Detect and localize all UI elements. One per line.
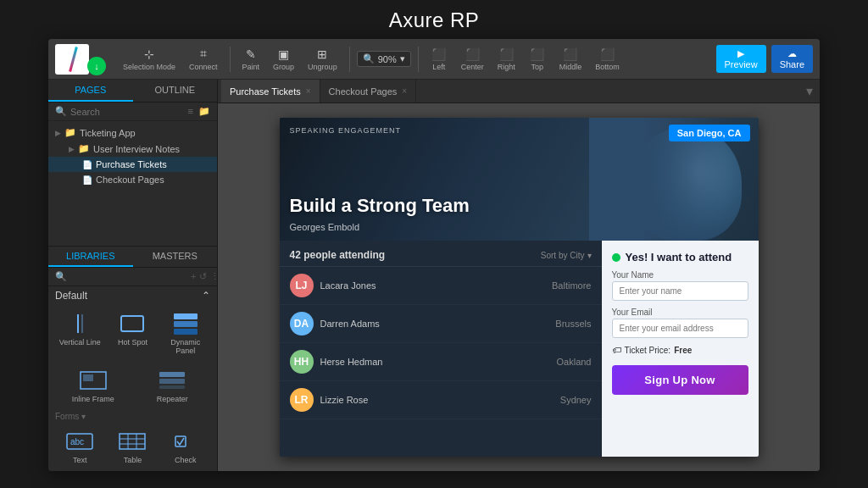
toolbar: ↓ ⊹ Selection Mode ⌗ Connect ✎ Paint ▣ G… bbox=[48, 39, 820, 80]
lib-item-checkbox[interactable]: Check bbox=[161, 426, 210, 468]
svg-rect-1 bbox=[83, 374, 93, 381]
name-input[interactable] bbox=[612, 281, 748, 301]
tab-purchase-tickets[interactable]: Purchase Tickets × bbox=[221, 80, 320, 103]
paint-button[interactable]: ✎ Paint bbox=[237, 46, 265, 73]
lib-add-icon[interactable]: + bbox=[191, 271, 196, 282]
attendee-row: LJ Lacara Jones Baltimore bbox=[280, 267, 602, 305]
repeater-icon bbox=[157, 369, 187, 392]
table-icon bbox=[117, 430, 147, 453]
tree-item-user-interview[interactable]: ▶ 📁 User Interview Notes bbox=[48, 141, 217, 157]
tree-item-purchase-tickets[interactable]: 📄 Purchase Tickets bbox=[48, 157, 217, 172]
sort-button[interactable]: Sort by City ▾ bbox=[541, 251, 592, 260]
signup-title: Yes! I want to attend bbox=[626, 251, 732, 263]
ticket-icon: 🏷 bbox=[612, 345, 621, 355]
page-icon: 📄 bbox=[82, 160, 92, 169]
align-top-button[interactable]: ⬛ Top bbox=[524, 46, 551, 73]
tabs-dropdown-icon[interactable]: ▾ bbox=[799, 83, 820, 99]
align-center-button[interactable]: ⬛ Center bbox=[456, 46, 489, 73]
panel-actions: ≡ 📁 bbox=[188, 106, 210, 117]
align-middle-button[interactable]: ⬛ Middle bbox=[554, 46, 587, 73]
lib-item-label: Dynamic Panel bbox=[163, 338, 209, 355]
tab-label: Purchase Tickets bbox=[230, 86, 301, 97]
lib-item-label: Text bbox=[73, 456, 87, 464]
left-panel: PAGES OUTLINE 🔍 ≡ 📁 ▶ 📁 Ticketing App bbox=[48, 80, 218, 471]
inline-frame-icon bbox=[78, 369, 108, 392]
align-right-button[interactable]: ⬛ Right bbox=[492, 46, 520, 73]
signup-button[interactable]: Sign Up Now bbox=[612, 365, 748, 395]
attendee-row: HH Herse Hedman Oakland bbox=[280, 343, 602, 381]
attendee-city: Brussels bbox=[555, 319, 591, 329]
svg-rect-7 bbox=[120, 434, 145, 449]
share-button[interactable]: ☁ Share bbox=[771, 45, 813, 73]
app-title: Axure RP bbox=[389, 0, 480, 39]
body-area: PAGES OUTLINE 🔍 ≡ 📁 ▶ 📁 Ticketing App bbox=[48, 80, 820, 471]
name-field-group: Your Name bbox=[612, 270, 748, 301]
attendee-section: 42 people attending Sort by City ▾ LJ bbox=[280, 241, 602, 457]
selection-mode-button[interactable]: ⊹ Selection Mode bbox=[118, 46, 181, 73]
tab-masters[interactable]: MASTERS bbox=[133, 247, 218, 267]
sort-chevron-icon: ▾ bbox=[587, 251, 592, 260]
avatar: HH bbox=[290, 350, 314, 374]
preview-button[interactable]: ▶ Preview bbox=[716, 45, 766, 73]
event-title: Build a Strong Team bbox=[290, 195, 470, 217]
forms-section-label: Forms ▾ bbox=[48, 410, 217, 423]
download-icon[interactable]: ↓ bbox=[87, 57, 106, 75]
name-label: Your Name bbox=[612, 270, 748, 280]
attendee-name: Herse Hedman bbox=[320, 357, 550, 367]
lib-item-vertical-line[interactable]: Vertical Line bbox=[55, 308, 104, 358]
lib-item-inline-frame[interactable]: Inline Frame bbox=[55, 365, 131, 407]
search-icon: 🔍 bbox=[55, 106, 67, 117]
pages-search-input[interactable] bbox=[70, 107, 188, 117]
attendee-name: Lizzie Rose bbox=[320, 395, 554, 405]
avatar: LR bbox=[290, 388, 314, 412]
tab-checkout-pages[interactable]: Checkout Pages × bbox=[320, 80, 417, 103]
lib-search-icon: 🔍 bbox=[55, 271, 67, 282]
hot-spot-icon bbox=[117, 312, 147, 336]
folder-icon: 📁 bbox=[64, 127, 76, 138]
zoom-value: 90% bbox=[378, 54, 397, 64]
tab-close-icon[interactable]: × bbox=[306, 86, 311, 96]
main-window: ↓ ⊹ Selection Mode ⌗ Connect ✎ Paint ▣ G… bbox=[48, 39, 820, 471]
attendee-row: LR Lizzie Rose Sydney bbox=[280, 381, 602, 419]
email-input[interactable] bbox=[612, 319, 748, 338]
svg-rect-3 bbox=[159, 379, 185, 384]
tree-item-ticketing-app[interactable]: ▶ 📁 Ticketing App bbox=[48, 125, 217, 141]
lib-item-table[interactable]: Table bbox=[108, 426, 157, 468]
attendee-name: Darren Adams bbox=[320, 319, 549, 329]
zoom-control[interactable]: 🔍 90% ▾ bbox=[357, 51, 411, 67]
canvas: SPEAKING ENGAGEMENT San Diego, CA Build … bbox=[218, 103, 820, 471]
align-bottom-button[interactable]: ⬛ Bottom bbox=[590, 46, 625, 73]
lib-item-repeater[interactable]: Repeater bbox=[135, 365, 211, 407]
lib-tabs: LIBRARIES MASTERS bbox=[48, 247, 217, 268]
lib-refresh-icon[interactable]: ↺ bbox=[199, 271, 207, 282]
lib-item-label: Hot Spot bbox=[118, 338, 147, 347]
lib-search-input[interactable] bbox=[70, 272, 187, 282]
expand-arrow-icon: ▶ bbox=[69, 145, 75, 153]
tab-outline[interactable]: OUTLINE bbox=[133, 80, 218, 102]
connect-button[interactable]: ⌗ Connect bbox=[184, 46, 223, 73]
tab-libraries[interactable]: LIBRARIES bbox=[48, 247, 133, 267]
tab-close-icon[interactable]: × bbox=[402, 86, 407, 96]
add-page-icon[interactable]: ≡ bbox=[188, 106, 193, 117]
tabs-bar: Purchase Tickets × Checkout Pages × ▾ bbox=[218, 80, 820, 103]
toolbar-right: ▶ Preview ☁ Share bbox=[716, 45, 813, 73]
tab-pages[interactable]: PAGES bbox=[48, 80, 133, 102]
ungroup-button[interactable]: ⊞ Ungroup bbox=[303, 46, 342, 73]
toolbar-separator-3 bbox=[418, 47, 419, 72]
attendee-name: Lacara Jones bbox=[320, 280, 546, 291]
lib-item-hot-spot[interactable]: Hot Spot bbox=[108, 308, 157, 358]
lib-item-text[interactable]: abc Text bbox=[55, 426, 104, 468]
lib-chevron-icon[interactable]: ⌃ bbox=[202, 290, 210, 302]
pages-search-bar: 🔍 ≡ 📁 bbox=[48, 103, 217, 121]
design-preview: SPEAKING ENGAGEMENT San Diego, CA Build … bbox=[280, 118, 759, 457]
align-left-button[interactable]: ⬛ Left bbox=[426, 46, 453, 73]
tree-item-checkout-pages[interactable]: 📄 Checkout Pages bbox=[48, 172, 217, 187]
libraries-section: LIBRARIES MASTERS 🔍 + ↺ ⋮ Default ⌃ bbox=[48, 246, 217, 471]
event-body: 42 people attending Sort by City ▾ LJ bbox=[280, 241, 759, 457]
folder-icon[interactable]: 📁 bbox=[198, 106, 210, 117]
lib-item-dynamic-panel[interactable]: Dynamic Panel bbox=[161, 308, 210, 358]
email-label: Your Email bbox=[612, 308, 748, 317]
toolbar-separator-2 bbox=[349, 47, 350, 72]
toolbar-separator-1 bbox=[230, 47, 231, 72]
group-button[interactable]: ▣ Group bbox=[268, 46, 299, 73]
